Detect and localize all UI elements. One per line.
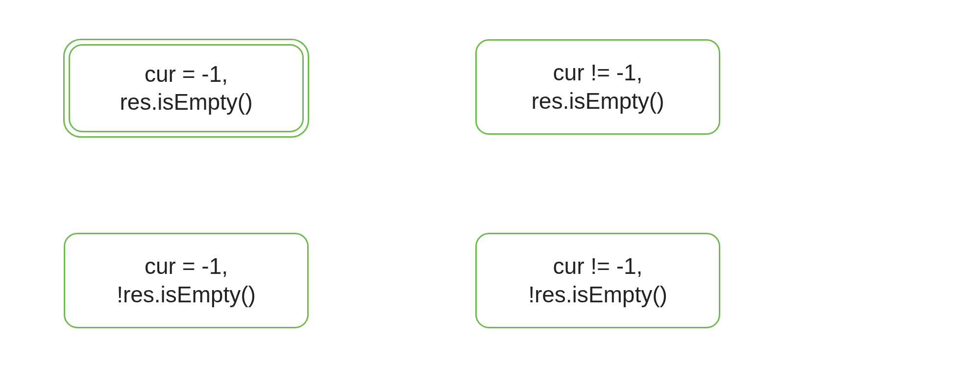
state-label-line: !res.isEmpty() xyxy=(528,281,667,309)
state-node: cur != -1, res.isEmpty() xyxy=(475,39,720,135)
diagram-canvas: cur = -1, res.isEmpty() cur != -1, res.i… xyxy=(0,0,980,392)
state-label-line: cur != -1, xyxy=(553,252,643,281)
state-label-line: res.isEmpty() xyxy=(120,88,253,117)
state-node: cur = -1, !res.isEmpty() xyxy=(64,233,309,328)
state-node: cur != -1, !res.isEmpty() xyxy=(475,233,720,328)
state-label-line: cur = -1, xyxy=(145,252,228,281)
state-label-line: cur != -1, xyxy=(553,59,643,87)
state-node-initial: cur = -1, res.isEmpty() xyxy=(69,44,304,132)
state-label-line: !res.isEmpty() xyxy=(117,281,256,309)
state-label-line: res.isEmpty() xyxy=(532,87,664,116)
state-label-line: cur = -1, xyxy=(145,60,228,89)
